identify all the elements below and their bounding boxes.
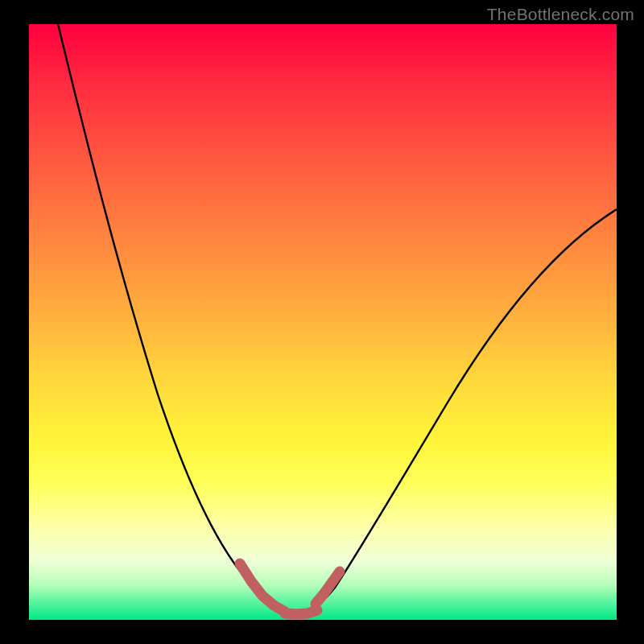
curve-svg: [29, 24, 617, 620]
highlight-marker-right: [316, 572, 340, 604]
watermark-text: TheBottleneck.com: [487, 5, 634, 24]
chart-frame: TheBottleneck.com: [0, 0, 644, 644]
bottleneck-curve-path: [58, 24, 617, 613]
highlight-marker-left: [240, 564, 285, 612]
plot-area: [29, 24, 617, 620]
highlight-marker-bottom: [285, 610, 317, 614]
